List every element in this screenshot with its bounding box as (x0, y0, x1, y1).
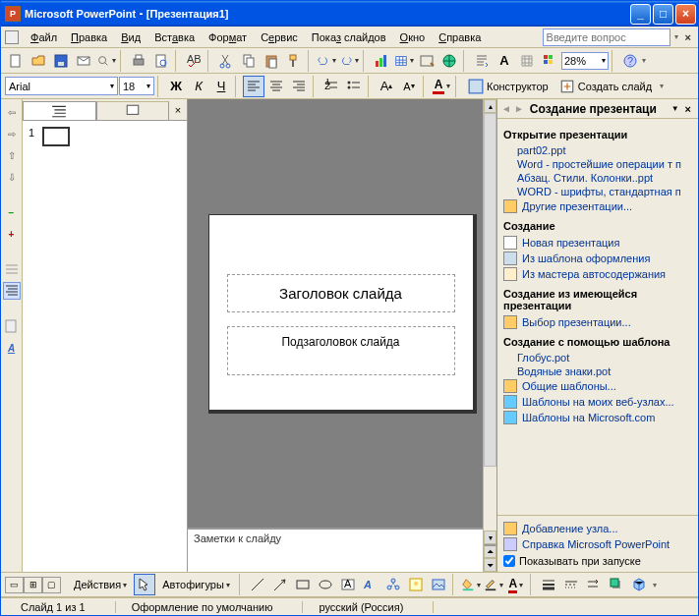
oval-icon[interactable] (315, 574, 336, 595)
paste-icon[interactable] (261, 50, 282, 72)
align-right-button[interactable] (288, 76, 310, 97)
redo-icon[interactable] (338, 50, 360, 72)
wordart-icon[interactable]: A (360, 574, 381, 595)
expand-all-icon[interactable] (3, 282, 21, 300)
tp-new-design[interactable]: Из шаблона оформления (503, 251, 692, 266)
menu-window[interactable]: Окно (394, 29, 432, 45)
tables-borders-icon[interactable] (416, 50, 437, 72)
demote-icon[interactable]: ⇨ (3, 125, 21, 142)
show-startup-checkbox[interactable] (503, 555, 515, 567)
menu-help[interactable]: Справка (433, 29, 487, 45)
line-style-icon[interactable] (538, 574, 559, 595)
align-center-button[interactable] (265, 76, 287, 97)
rectangle-icon[interactable] (292, 574, 314, 595)
show-formatting-icon-2[interactable]: A (3, 339, 21, 357)
tp-recent-1[interactable]: part02.ppt (503, 143, 692, 157)
slides-tab[interactable] (96, 101, 170, 120)
tp-recent-2[interactable]: Word - простейшие операции т п (503, 157, 692, 171)
normal-view-button[interactable]: ▭ (5, 577, 24, 593)
menu-view[interactable]: Вид (115, 29, 146, 45)
tp-choose-pres[interactable]: Выбор презентации... (503, 314, 692, 330)
tp-tpl-1[interactable]: Глобус.pot (503, 351, 692, 364)
doc-control-icon[interactable] (5, 30, 19, 44)
arrow-style-icon[interactable] (583, 574, 605, 595)
shadow-icon[interactable] (606, 574, 627, 595)
picture-icon[interactable] (428, 574, 449, 595)
open-icon[interactable] (28, 50, 49, 72)
print-preview-icon[interactable] (150, 50, 172, 72)
bullets-button[interactable] (343, 76, 365, 97)
design-button[interactable]: Конструктор (463, 76, 553, 97)
maximize-button[interactable]: □ (653, 4, 673, 25)
table-icon[interactable] (393, 50, 415, 72)
tp-close-button[interactable]: × (682, 103, 694, 115)
chart-icon[interactable] (371, 50, 392, 72)
notes-pane[interactable]: Заметки к слайду (188, 528, 483, 572)
menu-tools[interactable]: Сервис (255, 29, 304, 45)
numbering-button[interactable]: 12 (320, 76, 342, 97)
tp-open-more[interactable]: Другие презентации... (503, 198, 692, 214)
font-color-button[interactable]: A (431, 76, 452, 97)
slideshow-view-button[interactable]: ▢ (42, 577, 61, 593)
ask-question-input[interactable] (543, 28, 670, 46)
align-left-button[interactable] (243, 76, 264, 97)
close-button[interactable]: × (675, 4, 696, 25)
textbox-icon[interactable]: A (337, 574, 359, 595)
draw-actions-menu[interactable]: Действия (68, 575, 133, 594)
undo-icon[interactable] (316, 50, 337, 72)
hyperlink-icon[interactable] (438, 50, 460, 72)
title-placeholder[interactable]: Заголовок слайда (227, 274, 455, 312)
help-icon[interactable]: ? (619, 50, 641, 72)
zoom-combo[interactable]: 28%▾ (561, 52, 609, 70)
3d-icon[interactable] (628, 574, 650, 595)
diagram-icon[interactable] (382, 574, 404, 595)
dash-style-icon[interactable] (560, 574, 582, 595)
search-icon[interactable] (95, 50, 117, 72)
tp-add-node[interactable]: Добавление узла... (503, 521, 692, 536)
expand-all-icon[interactable] (471, 50, 493, 72)
collapse-all-icon[interactable] (3, 260, 21, 278)
new-icon[interactable] (5, 50, 27, 72)
tp-tpl-ms[interactable]: Шаблоны на Microsoft.com (503, 410, 692, 425)
increase-font-button[interactable]: A▴ (376, 76, 397, 97)
font-combo[interactable]: Arial▾ (5, 77, 118, 95)
font-color-icon-draw[interactable]: A (505, 574, 527, 595)
menu-file[interactable]: Файл (25, 29, 63, 45)
show-formatting-icon[interactable]: A (494, 50, 515, 72)
save-icon[interactable] (50, 50, 72, 72)
cut-icon[interactable] (215, 50, 237, 72)
move-up-icon[interactable]: ⇧ (3, 146, 21, 164)
color-icon[interactable] (539, 50, 560, 72)
tp-dropdown-icon[interactable]: ▼ (669, 104, 682, 113)
clipart-icon[interactable] (405, 574, 427, 595)
tp-ms-help[interactable]: Справка Microsoft PowerPoint (503, 536, 692, 552)
fill-color-icon[interactable] (460, 574, 482, 595)
print-icon[interactable] (128, 50, 149, 72)
line-color-icon[interactable] (483, 574, 504, 595)
decrease-font-button[interactable]: A▾ (398, 76, 420, 97)
pane-close-button[interactable]: × (169, 99, 187, 120)
menu-insert[interactable]: Вставка (148, 29, 201, 45)
mail-icon[interactable] (73, 50, 94, 72)
doc-close-button[interactable]: × (682, 31, 694, 43)
tp-tpl-2[interactable]: Водяные знаки.pot (503, 364, 692, 378)
menu-edit[interactable]: Правка (65, 29, 113, 45)
tp-tpl-web[interactable]: Шаблоны на моих веб-узлах... (503, 394, 692, 410)
autoshapes-menu[interactable]: Автофигуры (156, 575, 236, 594)
tp-back-icon[interactable]: ◄ (501, 103, 511, 114)
subtitle-placeholder[interactable]: Подзаголовок слайда (227, 326, 455, 375)
promote-icon[interactable]: ⇦ (3, 103, 21, 121)
italic-button[interactable]: К (188, 76, 209, 97)
format-painter-icon[interactable] (283, 50, 305, 72)
tp-recent-3[interactable]: Абзац. Стили. Колонки..ppt (503, 171, 692, 185)
spelling-icon[interactable]: ABC (183, 50, 204, 72)
sorter-view-button[interactable]: ⊞ (24, 577, 42, 593)
bold-button[interactable]: Ж (165, 76, 187, 97)
summary-slide-icon[interactable] (3, 317, 21, 335)
tp-new-blank[interactable]: Новая презентация (503, 235, 692, 251)
outline-tab[interactable] (23, 101, 96, 120)
menu-format[interactable]: Формат (203, 29, 253, 45)
vertical-scrollbar[interactable]: ▴ ▾ ⏶ ⏷ (483, 99, 496, 572)
grid-icon[interactable] (516, 50, 538, 72)
font-size-combo[interactable]: 18▾ (119, 77, 154, 95)
